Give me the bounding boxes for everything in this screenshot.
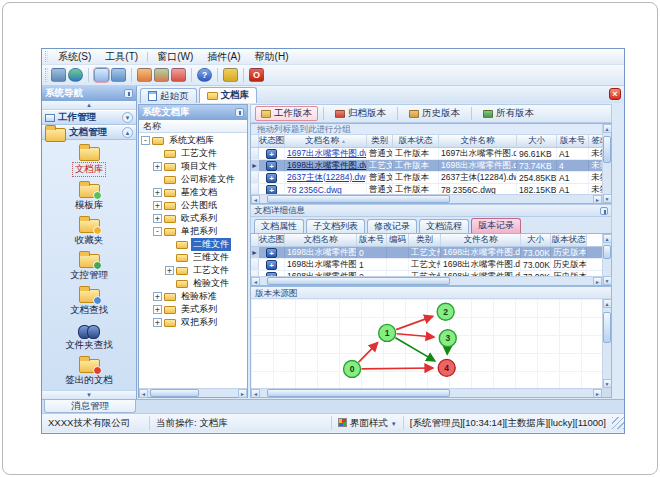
- scroll-track[interactable]: [603, 308, 611, 379]
- sidebar-group-work-management[interactable]: 工作管理▼: [42, 110, 136, 125]
- tree-node[interactable]: +欧式系列: [139, 212, 247, 225]
- collapse-icon[interactable]: -: [153, 227, 162, 236]
- tree-node[interactable]: -单把系列: [139, 225, 247, 238]
- scroll-right-arrow[interactable]: ►: [238, 389, 247, 398]
- tree-node[interactable]: 三维文件: [139, 251, 247, 264]
- column-header[interactable]: 类别: [409, 234, 441, 246]
- graph-vscrollbar[interactable]: ▲▼: [602, 299, 611, 388]
- tab-library[interactable]: 文档库: [199, 87, 258, 103]
- scroll-thumb[interactable]: [603, 136, 611, 163]
- mail-send-icon[interactable]: [137, 68, 152, 82]
- column-header[interactable]: 文件名称: [441, 234, 521, 246]
- tree-node[interactable]: 二维文件: [139, 238, 247, 251]
- help-icon[interactable]: ?: [197, 68, 212, 82]
- menu-item[interactable]: 插件(A): [200, 49, 247, 65]
- tab-message-management[interactable]: 消息管理: [44, 400, 136, 413]
- version-node-1[interactable]: 1: [379, 324, 396, 341]
- tree-node[interactable]: +基准文档: [139, 186, 247, 199]
- column-header[interactable]: 大小: [521, 234, 551, 246]
- pin-icon[interactable]: [124, 89, 133, 98]
- column-header[interactable]: 编码: [387, 234, 409, 246]
- details-tab[interactable]: 版本记录: [471, 218, 521, 233]
- scroll-right-arrow[interactable]: ►: [593, 389, 602, 398]
- sidebar-item-library-folder-icon[interactable]: 文档库: [72, 143, 107, 177]
- client-display-icon[interactable]: [51, 68, 66, 82]
- expand-icon[interactable]: +: [153, 201, 162, 210]
- tree-node[interactable]: +检验标准: [139, 290, 247, 303]
- scroll-thumb[interactable]: [267, 389, 450, 397]
- sidebar-item-folder-search-binoculars-icon[interactable]: 文件夹查找: [63, 320, 115, 352]
- scroll-thumb[interactable]: [267, 195, 450, 203]
- menu-item[interactable]: 系统(S): [51, 49, 98, 65]
- all-versions-button[interactable]: 所有版本: [477, 106, 540, 121]
- ui-style-selector[interactable]: 界面样式▼: [332, 416, 404, 430]
- logout-icon[interactable]: O: [249, 68, 264, 82]
- sidebar-scroll-up[interactable]: ▲: [42, 101, 136, 110]
- menu-grip[interactable]: [45, 51, 48, 62]
- scroll-down-arrow[interactable]: ▼: [603, 379, 612, 388]
- sidebar-item-doc-search-icon[interactable]: 文档查找: [68, 285, 110, 317]
- open-library-icon[interactable]: [94, 68, 109, 82]
- scroll-up-arrow[interactable]: ▲: [603, 299, 612, 308]
- version-graph[interactable]: 01234: [251, 299, 602, 388]
- expand-icon[interactable]: +: [153, 188, 162, 197]
- tree-node[interactable]: -系统文档库: [139, 134, 247, 147]
- chevron-icon[interactable]: ▼: [122, 112, 133, 123]
- sidebar-item-template-folder-icon[interactable]: 模板库: [73, 180, 106, 212]
- tree-node[interactable]: +双把系列: [139, 316, 247, 329]
- tree-node[interactable]: 公司标准文件: [139, 173, 247, 186]
- document-link[interactable]: 1697出水嘴零件图.dwg: [287, 148, 367, 159]
- menu-item[interactable]: 工具(T): [98, 49, 145, 65]
- column-header[interactable]: 类别: [367, 135, 393, 147]
- document-link[interactable]: 1698出水嘴零件图.dwg: [287, 160, 367, 171]
- scroll-down-arrow[interactable]: ▼: [603, 276, 612, 285]
- scroll-down-arrow[interactable]: ▼: [603, 194, 612, 203]
- table-row[interactable]: +78 2356C.dwg普通文档工作版本78 2356C.dwg182.15K…: [251, 184, 602, 194]
- sidebar-group-doc-management[interactable]: 文档管理▲: [42, 125, 136, 140]
- resize-grip-icon[interactable]: [612, 417, 624, 429]
- column-header[interactable]: 状态图: [259, 234, 285, 246]
- history-version-button[interactable]: 历史版本: [403, 106, 466, 121]
- sidebar-item-checked-out-docs-icon[interactable]: 签出的文档: [63, 355, 115, 387]
- document-link[interactable]: 2637主体(12284).dwg: [287, 172, 367, 183]
- sidebar-item-doc-control-folder-icon[interactable]: 文控管理: [68, 250, 110, 282]
- version-node-2[interactable]: 2: [437, 303, 454, 320]
- pin-icon[interactable]: [235, 108, 244, 117]
- scroll-left-arrow[interactable]: ◄: [251, 195, 260, 204]
- expand-icon[interactable]: +: [153, 214, 162, 223]
- work-version-button[interactable]: 工作版本: [255, 106, 318, 121]
- tree-node[interactable]: 检验文件: [139, 277, 247, 290]
- tab-home[interactable]: 起始页: [140, 88, 197, 103]
- scroll-right-arrow[interactable]: ►: [593, 195, 602, 204]
- scroll-left-arrow[interactable]: ◄: [251, 389, 260, 398]
- expand-icon[interactable]: +: [153, 305, 162, 314]
- scroll-thumb[interactable]: [603, 245, 611, 260]
- table-row[interactable]: ►+1698出水嘴零件图.dwg0工艺文件1698出水嘴零件图.dwg73.00…: [251, 247, 602, 259]
- menu-item[interactable]: 帮助(H): [248, 49, 296, 65]
- scroll-track[interactable]: [260, 277, 593, 285]
- sidebar-item-favorites-folder-icon[interactable]: 收藏夹: [73, 215, 106, 247]
- mail-delete-icon[interactable]: [171, 68, 186, 82]
- scroll-track[interactable]: [603, 243, 611, 276]
- documents-grid-hscrollbar[interactable]: ◄►: [251, 194, 602, 203]
- version-node-0[interactable]: 0: [344, 360, 361, 377]
- globe-icon[interactable]: [68, 68, 83, 82]
- tree-horizontal-scrollbar[interactable]: ◄►: [139, 388, 247, 397]
- column-header[interactable]: 文件名称: [439, 135, 517, 147]
- column-header[interactable]: 版本状态: [393, 135, 439, 147]
- column-header[interactable]: 签出状态: [589, 135, 602, 147]
- tree-node[interactable]: +工艺文件: [139, 264, 247, 277]
- version-node-3[interactable]: 3: [439, 330, 456, 347]
- scroll-track[interactable]: [260, 195, 593, 203]
- tree-node[interactable]: 工艺文件: [139, 147, 247, 160]
- tree-column-header[interactable]: 名称: [139, 120, 247, 133]
- column-header[interactable]: 版本状态: [551, 234, 587, 246]
- expand-icon[interactable]: +: [153, 292, 162, 301]
- scroll-left-arrow[interactable]: ◄: [251, 277, 260, 286]
- graph-hscrollbar[interactable]: ◄►: [251, 388, 602, 397]
- collapse-icon[interactable]: -: [141, 136, 150, 145]
- documents-grid-vscrollbar[interactable]: ▲▼: [602, 124, 611, 203]
- tree-node[interactable]: +公共图纸: [139, 199, 247, 212]
- scroll-thumb[interactable]: [150, 389, 200, 397]
- mail-receive-icon[interactable]: [154, 68, 169, 82]
